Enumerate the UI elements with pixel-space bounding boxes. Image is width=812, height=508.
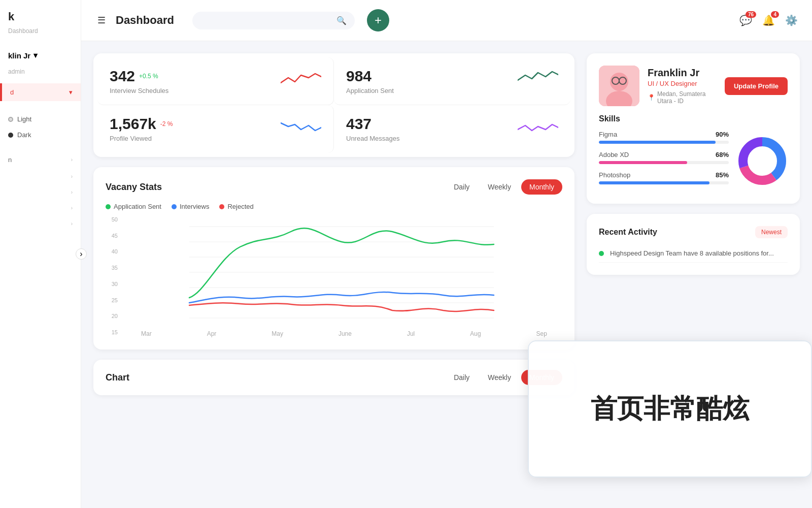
skill-pct-photoshop: 85% xyxy=(716,171,729,179)
skill-name-figma: Figma xyxy=(599,131,617,138)
stat-label-profile: Profile Viewed xyxy=(110,135,173,142)
sidebar-nav-item-1[interactable]: n › xyxy=(0,151,81,169)
skill-figma: Figma 90% xyxy=(599,131,729,144)
sidebar-user-name: klin Jr xyxy=(8,51,30,60)
sparkline-interviews xyxy=(281,68,321,88)
y-label-35: 35 xyxy=(106,265,118,271)
skill-bar-bg-adobexd xyxy=(599,161,729,164)
activity-text-1: Highspeed Design Team have 8 available p… xyxy=(610,249,788,257)
vacancy-title: Vacany Stats xyxy=(106,182,162,193)
sidebar-user-role: admin xyxy=(0,68,81,81)
chart-x-labels: Mar Apr May June Jul Aug Sep xyxy=(121,330,562,337)
profile-role: UI / UX Designer xyxy=(648,80,717,87)
activity-card: Recent Activity Newest Highspeed Design … xyxy=(587,214,800,275)
tab-weekly[interactable]: Weekly xyxy=(480,179,519,195)
newest-button[interactable]: Newest xyxy=(755,226,788,238)
tab-monthly[interactable]: Monthly xyxy=(521,179,562,195)
chevron-down-icon: ▾ xyxy=(33,51,38,60)
x-label-jul: Jul xyxy=(407,330,415,337)
chevron-down-icon-active: ▾ xyxy=(69,88,73,96)
skills-layout: Figma 90% Adobe XD xyxy=(599,131,788,192)
vacancy-chart-svg xyxy=(121,216,562,328)
left-panel: 342 +0.5 % Interview Schedules 984 xyxy=(93,53,574,496)
stats-grid: 342 +0.5 % Interview Schedules 984 xyxy=(93,53,574,157)
legend-interviews: Interviews xyxy=(172,203,210,210)
profile-top: Franklin Jr UI / UX Designer 📍 Medan, Su… xyxy=(599,66,788,106)
search-bar[interactable]: 🔍 xyxy=(192,12,355,29)
skill-name-photoshop: Photoshop xyxy=(599,171,630,179)
skill-bar-bg-figma xyxy=(599,141,729,144)
skills-section: Skills Figma 90% xyxy=(599,114,788,192)
chevron-right-icon-5: › xyxy=(71,221,73,227)
sidebar-nav-item-3[interactable]: › xyxy=(0,184,81,200)
legend-application-sent: Application Sent xyxy=(106,203,161,210)
stat-label-applications: Application Sent xyxy=(346,87,394,94)
stat-label-interviews: Interview Schedules xyxy=(110,87,168,94)
sidebar-user[interactable]: klin Jr ▾ xyxy=(0,43,81,68)
x-label-sep: Sep xyxy=(536,330,547,337)
sparkline-profile xyxy=(281,115,321,136)
x-label-june: June xyxy=(339,330,352,337)
x-label-aug: Aug xyxy=(470,330,481,337)
sidebar-theme-dark[interactable]: Dark xyxy=(0,127,81,143)
profile-card: Franklin Jr UI / UX Designer 📍 Medan, Su… xyxy=(587,53,800,204)
location-text: Medan, Sumatera Utara - ID xyxy=(657,90,717,105)
search-input[interactable] xyxy=(200,16,332,24)
chart-stub-title: Chart xyxy=(106,372,129,383)
activity-title: Recent Activity xyxy=(599,228,657,237)
sidebar-theme-light[interactable]: Light xyxy=(0,111,81,127)
stat-number-applications: 984 xyxy=(346,68,394,85)
add-button[interactable]: + xyxy=(367,9,389,31)
profile-location: 📍 Medan, Sumatera Utara - ID xyxy=(648,90,717,105)
hamburger-button[interactable]: ☰ xyxy=(95,13,108,28)
update-profile-button[interactable]: Update Profile xyxy=(725,77,788,95)
sidebar-theme-dark-label: Dark xyxy=(17,131,31,139)
tab-daily[interactable]: Daily xyxy=(446,179,478,195)
legend-dot-red xyxy=(219,204,224,209)
skill-bar-fill-photoshop xyxy=(599,181,709,184)
nav-item-label: n xyxy=(8,156,12,164)
legend-rejected: Rejected xyxy=(219,203,253,210)
skills-donut-chart xyxy=(737,136,788,186)
sidebar-theme-section xyxy=(0,103,81,111)
skill-photoshop: Photoshop 85% xyxy=(599,171,729,184)
stat-change-profile: -2 % xyxy=(160,120,173,128)
sidebar-nav-item-2[interactable]: › xyxy=(0,169,81,184)
skill-pct-adobexd: 68% xyxy=(716,151,729,158)
sparkline-messages xyxy=(518,115,558,136)
profile-info: Franklin Jr UI / UX Designer 📍 Medan, Su… xyxy=(648,67,717,105)
vacancy-header: Vacany Stats Daily Weekly Monthly xyxy=(106,179,562,195)
sidebar-nav-item-4[interactable]: › xyxy=(0,200,81,216)
sidebar-active-item[interactable]: d ▾ xyxy=(0,83,81,101)
y-label-45: 45 xyxy=(106,233,118,239)
sidebar-nav-item-5[interactable]: › xyxy=(0,216,81,232)
stat-card-interviews: 342 +0.5 % Interview Schedules xyxy=(97,57,334,105)
messages-icon-wrap[interactable]: 💬 76 xyxy=(739,14,752,26)
chevron-right-icon-3: › xyxy=(71,189,73,195)
vacancy-tab-group: Daily Weekly Monthly xyxy=(446,179,562,195)
skill-bar-fill-adobexd xyxy=(599,161,687,164)
sidebar-theme-light-label: Light xyxy=(17,115,31,123)
activity-item-1: Highspeed Design Team have 8 available p… xyxy=(599,244,788,263)
y-label-15: 15 xyxy=(106,329,118,335)
skill-name-adobexd: Adobe XD xyxy=(599,151,629,158)
chevron-right-icon-4: › xyxy=(71,205,73,211)
location-icon: 📍 xyxy=(648,94,655,101)
chevron-right-icon-2: › xyxy=(71,174,73,179)
stat-number-interviews: 342 +0.5 % xyxy=(110,68,168,85)
sidebar-collapse-button[interactable]: › xyxy=(76,248,87,260)
settings-icon[interactable]: ⚙️ xyxy=(785,14,798,26)
x-label-apr: Apr xyxy=(207,330,217,337)
stat-card-profile: 1,567k -2 % Profile Viewed xyxy=(97,105,334,153)
chart-tab-daily[interactable]: Daily xyxy=(446,370,478,385)
legend-dot-green xyxy=(106,204,111,209)
bell-icon-wrap[interactable]: 🔔 4 xyxy=(762,14,775,26)
vacancy-stats-card: Vacany Stats Daily Weekly Monthly Applic… xyxy=(93,167,574,350)
chart-legend: Application Sent Interviews Rejected xyxy=(106,203,562,210)
dark-theme-dot xyxy=(8,133,13,138)
skill-bar-fill-figma xyxy=(599,141,716,144)
svg-point-17 xyxy=(749,148,775,174)
chart-tab-weekly[interactable]: Weekly xyxy=(480,370,519,385)
overlay-text: 首页非常酷炫 xyxy=(591,391,749,427)
y-label-50: 50 xyxy=(106,216,118,223)
